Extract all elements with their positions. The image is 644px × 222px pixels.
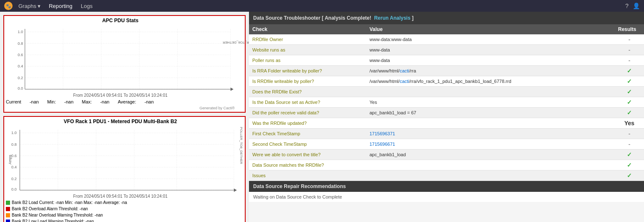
svg-text:10:05: 10:05	[97, 91, 107, 92]
rerun-analysis-link[interactable]: Rerun Analysis	[374, 15, 411, 21]
nav-graphs-dropdown-icon: ▾	[38, 3, 41, 9]
ts-table-header-row: Check Value Results	[249, 24, 644, 34]
ts-check-cell-5: Does the RRDfile Exist?	[249, 87, 366, 97]
ts-check-cell-13: Issues	[249, 170, 366, 181]
ts-value-cell-2: www-data	[366, 55, 615, 66]
ts-table-row: Issues✓	[249, 170, 644, 181]
graph1-min-val: -nan	[64, 99, 74, 104]
ts-result-cell-13: ✓	[615, 170, 644, 181]
troubleshooter-table: Check Value Results RRDfile Ownerwww-dat…	[249, 24, 644, 181]
ts-table-row: Poller runs aswww-data-	[249, 55, 644, 66]
graph1-generated: Generated by Cacti®	[6, 106, 235, 110]
repair-body: Waiting on Data Source Check to Complete	[249, 192, 644, 202]
graphs-panel: APC PDU Stats 1.0 0.8 0.6 0.4 0.2 0.0	[0, 12, 249, 222]
svg-text:10:10: 10:10	[135, 91, 145, 92]
graph1-stats: Current -nan Min: -nan Max: -nan Average…	[6, 98, 235, 106]
ts-check-cell-3: Is RRA Folder writeable by poller?	[249, 66, 366, 76]
svg-text:0.2: 0.2	[11, 177, 17, 181]
col-results-header: Results	[615, 24, 644, 34]
ts-value-cell-0: www-data:www-data	[366, 34, 615, 45]
ts-check-cell-6: Is the Data Source set as Active?	[249, 97, 366, 108]
legend-color-1	[6, 207, 10, 211]
troubleshooter-panel: Data Source Troubleshooter [ Analysis Co…	[249, 12, 644, 222]
svg-text:09:55: 09:55	[17, 192, 26, 193]
ts-value-cell-12	[366, 160, 615, 170]
ts-table-row: Were we able to convert the title?apc_ba…	[249, 150, 644, 160]
svg-text:10:00: 10:00	[54, 192, 63, 193]
ts-value-cell-5	[366, 87, 615, 97]
ts-result-cell-3: ✓	[615, 66, 644, 76]
ts-table-row: Was the RRDfile updated?Yes	[249, 118, 644, 129]
svg-text:0.6: 0.6	[18, 53, 23, 57]
legend-item-0: Bank B2 Load Current: -nan Min: -nan Max…	[6, 199, 235, 206]
ts-value-cell-6: Yes	[366, 97, 615, 108]
legend-item-2: Bank B2 Near Overload Warning Threshold:…	[6, 212, 235, 218]
legend-item-1: Bank B2 Overload Alarm Threshold: -nan	[6, 206, 235, 212]
svg-text:10:20: 10:20	[217, 192, 226, 193]
ts-value-cell-11: apc_bankb1_load	[366, 150, 615, 160]
app-logo: 🐾	[4, 2, 13, 10]
user-icon[interactable]: 👤	[633, 3, 640, 9]
graph-card-1: APC PDU Stats 1.0 0.8 0.6 0.4 0.2 0.0	[3, 15, 246, 113]
top-navigation: 🐾 Graphs ▾ Reporting Logs ? 👤	[0, 0, 644, 12]
ts-check-cell-2: Poller runs as	[249, 55, 366, 66]
ts-check-cell-9: First Check TimeStamp	[249, 129, 366, 139]
svg-text:10:20: 10:20	[213, 91, 223, 92]
ts-value-cell-8	[366, 118, 615, 129]
legend-label-0: Bank B2 Load Current: -nan Min: -nan Max…	[12, 199, 127, 206]
nav-reporting[interactable]: Reporting	[46, 2, 75, 10]
graph2-legend: Bank B2 Load Current: -nan Min: -nan Max…	[6, 199, 235, 222]
ts-value-cell-13	[366, 170, 615, 181]
ts-table-row: Website runs aswww-data-	[249, 45, 644, 55]
ts-check-cell-1: Website runs as	[249, 45, 366, 55]
svg-text:0.2: 0.2	[18, 76, 23, 80]
nav-logs[interactable]: Logs	[78, 2, 95, 10]
graph1-area: 1.0 0.8 0.6 0.4 0.2 0.0	[6, 25, 235, 92]
nav-graphs[interactable]: Graphs ▾	[16, 2, 43, 10]
graph1-min-label: Min:	[47, 99, 56, 104]
ts-result-cell-12: ✓	[615, 160, 644, 170]
ts-result-cell-2: -	[615, 55, 644, 66]
graph1-time-range: From 2024/05/14 09:54:01 To 2024/05/14 1…	[6, 93, 235, 98]
legend-color-0	[6, 201, 10, 205]
ts-check-cell-0: RRDfile Owner	[249, 34, 366, 45]
ts-table-row: Data Source matches the RRDfile?✓	[249, 160, 644, 170]
ts-check-cell-4: Is RRDfile writeable by poller?	[249, 76, 366, 87]
ts-check-cell-11: Were we able to convert the title?	[249, 150, 366, 160]
legend-color-2	[6, 213, 10, 217]
nav-reporting-label: Reporting	[49, 3, 72, 9]
legend-item-3: Bank B2 Low Load Warning Threshold: -nan	[6, 218, 235, 222]
ts-result-cell-11: ✓	[615, 150, 644, 160]
ts-result-cell-4: ✓	[615, 76, 644, 87]
svg-text:0.8: 0.8	[18, 41, 23, 46]
ts-table-row: RRDfile Ownerwww-data:www-data-	[249, 34, 644, 45]
graph1-title: APC PDU Stats	[6, 18, 235, 23]
nav-graphs-label: Graphs	[18, 3, 36, 9]
ts-result-cell-5: ✓	[615, 87, 644, 97]
help-icon[interactable]: ?	[625, 3, 629, 9]
graph-wrapper-2: VFO Rack 1 PDU1 - Metered PDU Multi-Bank…	[6, 119, 243, 222]
svg-text:10:10: 10:10	[130, 192, 140, 193]
nav-logs-label: Logs	[81, 3, 92, 9]
ts-result-cell-10: -	[615, 139, 644, 150]
ts-check-cell-8: Was the RRDfile updated?	[249, 118, 366, 129]
graph1-side-label: POLLER_TO8_DETHER	[223, 41, 249, 44]
ts-value-cell-9: 1715696371	[366, 129, 615, 139]
ts-table-row: Is the Data Source set as Active?Yes✓	[249, 97, 644, 108]
ts-check-cell-7: Did the poller receive valid data?	[249, 108, 366, 118]
graph2-title: VFO Rack 1 PDU1 - Metered PDU Multi-Bank…	[6, 119, 235, 124]
graph1-max-val: -nan	[100, 99, 109, 104]
graph1-avg-val: -nan	[144, 99, 154, 104]
legend-color-3	[6, 219, 10, 222]
svg-text:09:55: 09:55	[23, 91, 33, 92]
ts-table-row: Is RRA Folder writeable by poller?/var/w…	[249, 66, 644, 76]
svg-text:0.4: 0.4	[11, 165, 17, 169]
col-check-header: Check	[249, 24, 366, 34]
legend-label-3: Bank B2 Low Load Warning Threshold: -nan	[12, 218, 94, 222]
svg-text:0.4: 0.4	[18, 64, 23, 68]
svg-text:0.0: 0.0	[11, 187, 17, 191]
ts-header-text: Data Source Troubleshooter [ Analysis Co…	[253, 15, 371, 21]
repair-header: Data Source Repair Recommendations	[249, 181, 644, 192]
svg-text:10:05: 10:05	[92, 192, 102, 193]
graph-wrapper-1: APC PDU Stats 1.0 0.8 0.6 0.4 0.2 0.0	[6, 18, 243, 110]
